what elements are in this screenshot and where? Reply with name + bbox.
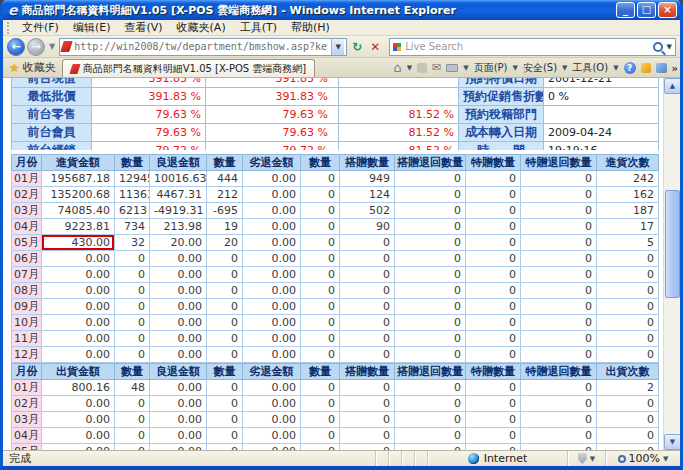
table-header-row: 月份出貨金額數量良退金額數量劣退金額數量搭贈數量搭贈退回數量特贈數量特贈退回數量…	[12, 364, 659, 380]
value-cell: 0	[340, 347, 395, 363]
address-url: http://win2008/tw/department/bmshow.asp?…	[74, 41, 328, 52]
safety-menu[interactable]: 安全(S)	[523, 61, 557, 75]
print-dropdown-icon[interactable]: ▼	[463, 64, 468, 72]
value-cell: 0	[115, 444, 150, 451]
active-tab[interactable]: 商品部門名稱資料明細V1.05 [X-POS 雲端商務網]	[62, 59, 315, 77]
value-cell: 0	[207, 315, 243, 331]
tools-menu[interactable]: 工具(O)	[572, 61, 608, 75]
tools-menu-dropdown-icon[interactable]: ▼	[613, 64, 618, 72]
value-cell: 0	[521, 380, 597, 396]
print-icon[interactable]	[446, 64, 458, 72]
stop-icon[interactable]: ✕	[367, 39, 383, 55]
menu-tools[interactable]: 工具(T)	[233, 20, 284, 35]
back-button[interactable]: ←	[7, 38, 25, 56]
menu-help[interactable]: 帮助(H)	[284, 20, 337, 35]
navigation-bar: ← → ▼ http://win2008/tw/department/bmsho…	[3, 36, 680, 58]
mail-icon[interactable]: ✉	[432, 62, 441, 74]
table-row: 04月9223.81734213.98190.0009000017	[12, 219, 659, 235]
menu-favorites[interactable]: 收藏夹(A)	[170, 20, 233, 35]
zoom-control[interactable]: 100% ▼	[606, 451, 680, 466]
scrollbar-thumb[interactable]	[665, 190, 680, 298]
menu-file[interactable]: 文件(F)	[15, 20, 66, 35]
menu-edit[interactable]: 编辑(E)	[66, 20, 118, 35]
toolbar-overflow-icon[interactable]: »	[672, 63, 678, 74]
home-dropdown-icon[interactable]: ▼	[407, 64, 412, 72]
history-dropdown-icon[interactable]: ▼	[47, 42, 57, 51]
value-cell: 135200.68	[42, 187, 115, 203]
percent-value: 81.52 %	[339, 124, 459, 142]
value-cell: 0	[466, 267, 521, 283]
value-cell: 0	[395, 171, 466, 187]
scroll-up-icon[interactable]: ▲	[664, 78, 681, 94]
column-header: 數量	[301, 155, 340, 171]
page-menu[interactable]: 页面(P)	[474, 61, 508, 75]
value-cell: 0	[521, 251, 597, 267]
value-cell: 0	[207, 283, 243, 299]
percent-value: 391.83 %	[92, 88, 206, 106]
toolbar-grip	[7, 22, 11, 34]
site-favicon	[60, 41, 73, 52]
scroll-down-icon[interactable]: ▼	[664, 434, 681, 450]
zoom-magnifier-icon	[618, 455, 626, 463]
value-cell: 0	[340, 331, 395, 347]
close-button[interactable]: ×	[658, 2, 677, 18]
search-input[interactable]: Live Search ▼	[389, 38, 676, 56]
value-cell: 195687.18	[42, 171, 115, 187]
toolbar-extra-icon-2[interactable]	[656, 63, 667, 73]
value-cell: 0.00	[243, 251, 301, 267]
value-cell: 0.00	[150, 396, 207, 412]
menu-view[interactable]: 查看(V)	[117, 20, 169, 35]
favorites-button[interactable]: ★ 收藏夹	[5, 60, 62, 77]
percent-value: 81.52 %	[339, 106, 459, 124]
home-icon[interactable]: ⌂	[393, 62, 401, 74]
value-cell: 0.00	[42, 251, 115, 267]
toolbar-extra-icon-1[interactable]	[641, 63, 651, 73]
value-cell: 0	[301, 219, 340, 235]
safety-menu-dropdown-icon[interactable]: ▼	[562, 64, 567, 72]
maximize-button[interactable]: □	[637, 2, 656, 18]
help-icon[interactable]: ?	[624, 62, 636, 74]
value-cell: 0	[115, 347, 150, 363]
ie-logo-icon: e	[8, 3, 18, 17]
value-cell: 0.00	[243, 347, 301, 363]
window-title: 商品部門名稱資料明細V1.05 [X-POS 雲端商務網] - Windows …	[22, 3, 615, 18]
value-cell: 0	[466, 396, 521, 412]
value-cell: 0.00	[243, 299, 301, 315]
search-dropdown-icon[interactable]: ▼	[667, 43, 672, 51]
address-dropdown-icon[interactable]: ▼	[331, 39, 344, 55]
value-cell: 6213	[115, 203, 150, 219]
value-cell: 0	[395, 187, 466, 203]
value-cell: 949	[340, 171, 395, 187]
page-menu-dropdown-icon[interactable]: ▼	[513, 64, 518, 72]
column-header: 搭贈退回數量	[395, 155, 466, 171]
forward-button[interactable]: →	[27, 38, 45, 56]
value-cell: 0.00	[150, 380, 207, 396]
row-label: 最低批價	[12, 88, 92, 106]
minimize-button[interactable]: _	[616, 2, 635, 18]
value-cell: 0.00	[243, 444, 301, 451]
value-cell: 0	[466, 171, 521, 187]
search-icon[interactable]	[653, 42, 663, 52]
value-cell: 502	[340, 203, 395, 219]
title-bar[interactable]: e 商品部門名稱資料明細V1.05 [X-POS 雲端商務網] - Window…	[3, 0, 680, 20]
value-cell: 10016.63	[150, 171, 207, 187]
value-cell: 0	[301, 251, 340, 267]
value-cell: 11363	[115, 187, 150, 203]
protected-mode-cell[interactable]: ▼	[568, 451, 606, 466]
refresh-icon[interactable]: ↻	[349, 39, 365, 55]
info-table: 前台現值391.83 %391.83 %預約特價日期2001-12-21最低批價…	[11, 78, 659, 150]
value-cell: 0	[395, 203, 466, 219]
shield-icon	[578, 453, 587, 464]
vertical-scrollbar[interactable]: ▲ ▼	[663, 78, 680, 450]
row-label: 預約特價日期	[459, 78, 544, 88]
value-cell: 0.00	[243, 235, 301, 251]
value-cell: 0	[207, 428, 243, 444]
menu-bar: 文件(F) 编辑(E) 查看(V) 收藏夹(A) 工具(T) 帮助(H)	[3, 20, 680, 36]
address-bar[interactable]: http://win2008/tw/department/bmshow.asp?…	[59, 38, 347, 56]
tab-bar: ★ 收藏夹 商品部門名稱資料明細V1.05 [X-POS 雲端商務網] ⌂ ▼ …	[3, 58, 680, 78]
value-cell: 0	[395, 380, 466, 396]
rss-feed-icon[interactable]	[417, 63, 427, 73]
value-cell: 0	[395, 315, 466, 331]
value-cell: 0	[207, 347, 243, 363]
value-cell: 0	[395, 444, 466, 451]
